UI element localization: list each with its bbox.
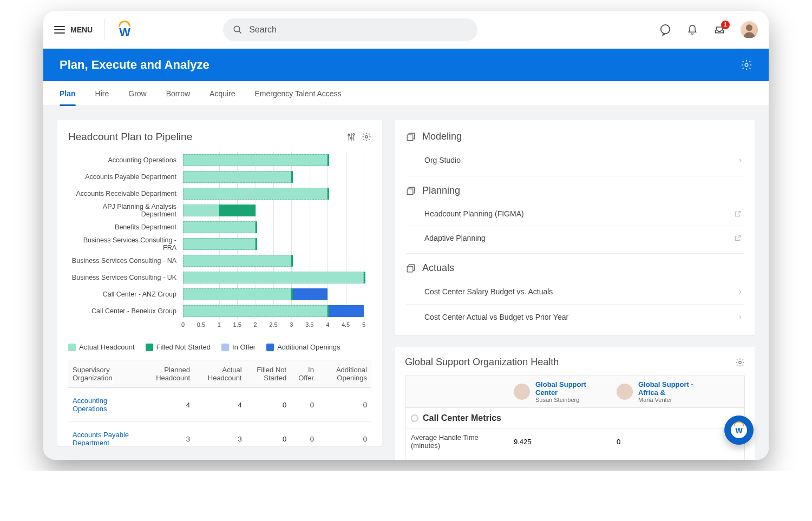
legend-item: In Offer bbox=[221, 343, 256, 351]
page-banner: Plan, Execute and Analyze bbox=[43, 49, 769, 81]
bar-segment[interactable] bbox=[183, 205, 219, 216]
table-cell: 0 bbox=[318, 388, 371, 422]
tab-hire[interactable]: Hire bbox=[95, 81, 109, 105]
table-header: Filled Not Started bbox=[246, 360, 291, 388]
svg-point-4 bbox=[745, 63, 748, 67]
tab-bar: PlanHireGrowBorrowAcquireEmergency Talen… bbox=[43, 81, 769, 106]
chart-row-label: Call Center - ANZ Group bbox=[68, 291, 183, 298]
table-cell: 3 bbox=[194, 422, 246, 446]
card-gear-icon[interactable] bbox=[362, 132, 371, 142]
table-row[interactable]: Accounts Payable Department33000 bbox=[68, 422, 371, 446]
inbox-icon[interactable]: 1 bbox=[713, 24, 725, 36]
chart-row-label: Benefits Department bbox=[68, 223, 183, 231]
table-header: Actual Headcount bbox=[194, 360, 246, 388]
org-link[interactable]: Accounts Payable Department bbox=[68, 422, 140, 446]
svg-point-15 bbox=[739, 361, 742, 364]
chevron-right-icon: › bbox=[739, 287, 742, 296]
nav-link[interactable]: Cost Center Actual vs Budget vs Prior Ye… bbox=[406, 304, 744, 329]
svg-line-1 bbox=[239, 31, 241, 34]
health-title: Global Support Organization Health bbox=[405, 357, 559, 368]
chevron-right-icon: › bbox=[739, 312, 742, 322]
legend-item: Filled Not Started bbox=[146, 343, 211, 351]
stack-icon bbox=[406, 132, 416, 142]
chart-row-label: Business Services Consulting - UK bbox=[68, 274, 183, 281]
bar-segment[interactable] bbox=[183, 288, 291, 300]
table-cell: 0 bbox=[246, 422, 291, 446]
table-cell: 0 bbox=[246, 388, 291, 422]
bar-segment[interactable] bbox=[328, 305, 364, 317]
svg-point-2 bbox=[661, 24, 670, 34]
svg-point-0 bbox=[234, 26, 240, 32]
bar-segment[interactable] bbox=[183, 255, 291, 267]
chart-legend: Actual HeadcountFilled Not StartedIn Off… bbox=[68, 343, 371, 351]
chart-row-label: Accounts Payable Department bbox=[68, 173, 183, 181]
chart-row-label: Accounts Receivable Department bbox=[68, 190, 183, 197]
tab-grow[interactable]: Grow bbox=[128, 81, 146, 105]
health-gear-icon[interactable] bbox=[735, 358, 745, 367]
metric-group[interactable]: Call Center Metrics bbox=[405, 408, 744, 429]
sliders-icon[interactable] bbox=[346, 132, 356, 142]
bar-segment[interactable] bbox=[219, 205, 256, 216]
table-cell: 4 bbox=[140, 388, 194, 422]
tab-acquire[interactable]: Acquire bbox=[209, 81, 235, 105]
search-icon bbox=[233, 25, 243, 35]
nav-link[interactable]: Org Studio› bbox=[406, 148, 744, 173]
bar-segment[interactable] bbox=[183, 171, 291, 183]
chart-row-label: APJ Planning & Analysis Department bbox=[68, 203, 183, 218]
workday-logo[interactable]: W bbox=[117, 22, 132, 37]
org-link[interactable]: Accounting Operations bbox=[68, 388, 140, 422]
stack-icon bbox=[406, 263, 416, 273]
section-head: Actuals bbox=[406, 262, 744, 274]
bar-segment[interactable] bbox=[183, 154, 328, 166]
svg-rect-13 bbox=[407, 189, 413, 195]
svg-point-8 bbox=[348, 135, 350, 136]
user-avatar[interactable] bbox=[741, 21, 758, 38]
bar-segment[interactable] bbox=[183, 188, 328, 200]
table-header: Supervisory Organization bbox=[68, 360, 140, 388]
menu-label: MENU bbox=[70, 25, 93, 34]
tab-emergency-talent-access[interactable]: Emergency Talent Access bbox=[255, 81, 342, 105]
headcount-chart: Accounting OperationsAccounts Payable De… bbox=[68, 146, 371, 335]
svg-rect-14 bbox=[407, 266, 413, 272]
bar-segment[interactable] bbox=[291, 288, 328, 300]
bell-icon[interactable] bbox=[686, 24, 698, 36]
headcount-table: Supervisory OrganizationPlanned Headcoun… bbox=[68, 360, 371, 446]
external-icon bbox=[734, 234, 742, 242]
table-cell: 0 bbox=[318, 422, 371, 446]
table-header: Additional Openings bbox=[318, 360, 371, 388]
bar-segment[interactable] bbox=[183, 305, 328, 317]
search-input[interactable]: Search bbox=[223, 18, 477, 41]
org-header[interactable]: Global Support CenterSusan Steinberg bbox=[508, 376, 611, 407]
tab-borrow[interactable]: Borrow bbox=[166, 81, 190, 105]
metric-row: Average Handle Time (minutes)9.4250 bbox=[405, 429, 744, 454]
topbar: MENU W Search 1 bbox=[43, 11, 769, 49]
bar-segment[interactable] bbox=[183, 272, 364, 283]
section-head: Planning bbox=[406, 185, 744, 196]
page-title: Plan, Execute and Analyze bbox=[60, 58, 209, 72]
org-header[interactable]: Global Support - Africa & Maria Venter bbox=[611, 376, 714, 407]
external-icon bbox=[734, 210, 742, 217]
chevron-right-icon: › bbox=[739, 155, 742, 165]
bar-segment[interactable] bbox=[183, 238, 256, 250]
table-row[interactable]: Accounting Operations44000 bbox=[68, 388, 371, 422]
chart-row-label: Accounting Operations bbox=[68, 156, 183, 164]
nav-link[interactable]: Headcount Planning (FIGMA) bbox=[406, 202, 744, 226]
menu-button[interactable]: MENU bbox=[54, 19, 105, 41]
table-cell: 0 bbox=[291, 422, 318, 446]
bar-segment[interactable] bbox=[183, 221, 256, 233]
chart-row-label: Business Services Consulting - NA bbox=[68, 257, 183, 265]
notif-badge: 1 bbox=[721, 21, 730, 29]
nav-link[interactable]: Adaptive Planning bbox=[406, 226, 744, 250]
metric-row: First Contact Resolution %83.23%0.00% bbox=[405, 454, 744, 460]
chart-row-label: Business Services Consulting - FRA bbox=[68, 236, 183, 252]
banner-gear-icon[interactable] bbox=[741, 59, 752, 71]
legend-item: Actual Headcount bbox=[68, 343, 135, 351]
nav-link[interactable]: Cost Center Salary Budget vs. Actuals› bbox=[406, 279, 744, 304]
table-cell: 4 bbox=[194, 388, 246, 422]
chat-icon[interactable] bbox=[659, 24, 671, 36]
hamburger-icon bbox=[54, 26, 65, 34]
table-header: Planned Headcount bbox=[140, 360, 194, 388]
tab-plan[interactable]: Plan bbox=[60, 81, 76, 105]
svg-point-10 bbox=[353, 134, 355, 135]
assistant-fab[interactable]: W bbox=[724, 416, 754, 445]
